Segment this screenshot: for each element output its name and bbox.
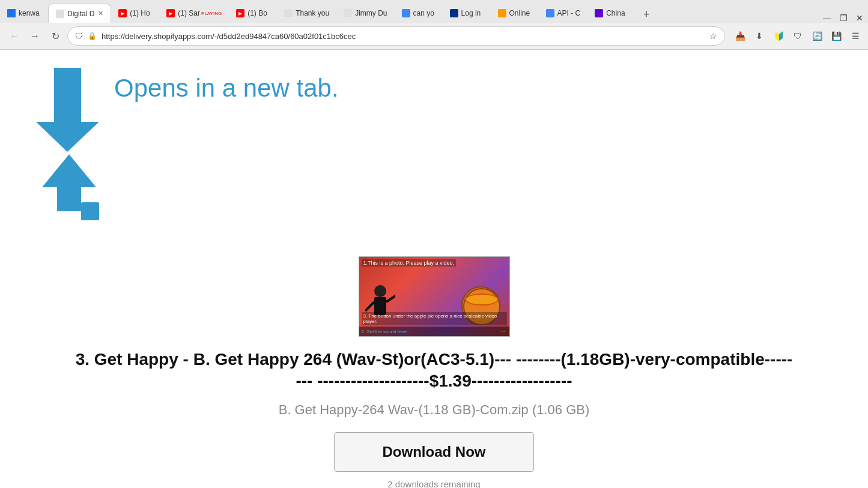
annotation-section: Opens in a new tab. xyxy=(12,68,856,244)
video-sound-text: 2. Set the sound level. xyxy=(362,329,409,334)
opens-in-new-tab-text: Opens in a new tab. xyxy=(114,68,339,103)
forward-button[interactable]: → xyxy=(26,28,43,44)
tab-canyo[interactable]: can yo xyxy=(395,4,443,23)
tab-digital-close[interactable]: ✕ xyxy=(98,10,103,17)
tab-thank-label: Thank you xyxy=(296,9,329,17)
downloads-remaining-text: 2 downloads remaining xyxy=(387,479,480,488)
product-title: 3. Get Happy - B. Get Happy 264 (Wav-St)… xyxy=(74,349,795,393)
download-now-button[interactable]: Download Now xyxy=(334,432,535,472)
arrow-icon xyxy=(36,68,102,244)
shield-toolbar-icon[interactable]: 🔰 xyxy=(772,29,785,43)
tab-canyo-label: can yo xyxy=(413,9,434,17)
refresh-color-icon[interactable]: 🔄 xyxy=(810,29,824,43)
svg-line-5 xyxy=(365,302,374,311)
tab-online-label: Online xyxy=(509,9,530,17)
tab-ho[interactable]: ▶ (1) Ho xyxy=(111,4,159,23)
url-text: https://delivery.shopifyapps.com/-/d5dd2… xyxy=(102,32,705,41)
tab-login[interactable]: Log in xyxy=(443,4,491,23)
menu-icon[interactable]: ☰ xyxy=(849,29,862,43)
tab-thank[interactable]: Thank you xyxy=(277,4,336,23)
video-overlay-top: 1.This is a photo. Please play a video. xyxy=(362,259,457,267)
video-overlay-bottom: 3. The button under the apple pie opens … xyxy=(362,312,507,325)
product-subtitle: B. Get Happy-264 Wav-(1.18 GB)-Com.zip (… xyxy=(279,402,590,418)
shield-icon: 🛡 xyxy=(75,32,83,41)
paypal-icon-login xyxy=(450,9,458,17)
svg-line-6 xyxy=(386,296,395,302)
url-bar[interactable]: 🛡 🔒 https://delivery.shopifyapps.com/-/d… xyxy=(67,26,725,46)
google-icon-api xyxy=(546,9,554,17)
pocket-icon[interactable]: 📥 xyxy=(733,29,747,43)
refresh-button[interactable]: ↻ xyxy=(47,28,64,44)
minimize-button[interactable]: — xyxy=(823,13,831,23)
browser-chrome: kenwa Digital D ✕ ▶ (1) Ho ▶ (1) Sar PLA… xyxy=(0,0,868,50)
svg-marker-0 xyxy=(36,68,99,152)
svg-point-3 xyxy=(374,285,386,297)
amazon-icon-online xyxy=(498,9,506,17)
tab-jimmy-label: Jimmy Du xyxy=(355,9,387,17)
svg-point-9 xyxy=(466,295,497,304)
tab-online[interactable]: Online xyxy=(491,4,539,23)
video-thumbnail-wrapper: 1.This is a photo. Please play a video. xyxy=(359,256,510,337)
tab-kenwa[interactable]: kenwa xyxy=(0,4,48,23)
tab-playing-badge: PLAYING xyxy=(201,11,222,16)
tab-digital[interactable]: Digital D ✕ xyxy=(48,4,111,23)
video-dots: ··· xyxy=(501,328,506,334)
tab-china[interactable]: China xyxy=(587,4,636,23)
lock-icon: 🔒 xyxy=(88,32,97,40)
youtube-icon-ho: ▶ xyxy=(118,9,127,17)
guard-icon[interactable]: 🛡 xyxy=(791,29,804,43)
tab-china-label: China xyxy=(606,9,625,17)
tab-jimmy-icon xyxy=(344,9,352,17)
tab-bo-label: (1) Bo xyxy=(247,9,267,17)
video-bottom-bar: 2. Set the sound level. ··· xyxy=(359,327,509,336)
tab-bo[interactable]: ▶ (1) Bo xyxy=(229,4,277,23)
digital-tab-icon xyxy=(56,10,64,18)
google-icon-canyo xyxy=(402,9,410,17)
close-button[interactable]: ✕ xyxy=(856,13,863,23)
new-tab-button[interactable]: + xyxy=(638,6,655,23)
svg-rect-2 xyxy=(81,202,99,220)
video-thumbnail[interactable]: 1.This is a photo. Please play a video. xyxy=(359,256,510,337)
tab-api[interactable]: API - C xyxy=(539,4,588,23)
tab-jimmy[interactable]: Jimmy Du xyxy=(336,4,394,23)
page-content: Opens in a new tab. 1.This is a photo. P… xyxy=(0,50,868,488)
bookmark-star-icon[interactable]: ☆ xyxy=(709,31,717,41)
download-manager-icon[interactable]: ⬇ xyxy=(753,29,766,43)
address-bar: ← → ↻ 🛡 🔒 https://delivery.shopifyapps.c… xyxy=(0,23,868,49)
back-button[interactable]: ← xyxy=(6,28,23,44)
tab-api-label: API - C xyxy=(557,9,581,17)
youtube-icon-bo: ▶ xyxy=(236,9,244,17)
tab-ho-label: (1) Ho xyxy=(130,9,150,17)
yahoo-icon-china xyxy=(595,9,603,17)
tab-thank-icon xyxy=(284,9,293,17)
window-controls: — ❐ ✕ xyxy=(823,13,868,23)
tab-login-label: Log in xyxy=(461,9,481,17)
maximize-button[interactable]: ❐ xyxy=(840,13,848,23)
mail-icon xyxy=(7,9,16,17)
tab-digital-label: Digital D xyxy=(67,10,94,18)
tab-sam-label: (1) Sar xyxy=(178,9,200,17)
save-icon[interactable]: 💾 xyxy=(830,29,843,43)
tab-sam[interactable]: ▶ (1) Sar PLAYING xyxy=(159,4,229,23)
tab-kenwa-label: kenwa xyxy=(19,9,40,17)
youtube-icon-sam: ▶ xyxy=(166,9,175,17)
tab-bar: kenwa Digital D ✕ ▶ (1) Ho ▶ (1) Sar PLA… xyxy=(0,0,868,23)
toolbar-icons: 📥 ⬇ 🔰 🛡 🔄 💾 ☰ xyxy=(729,29,862,43)
